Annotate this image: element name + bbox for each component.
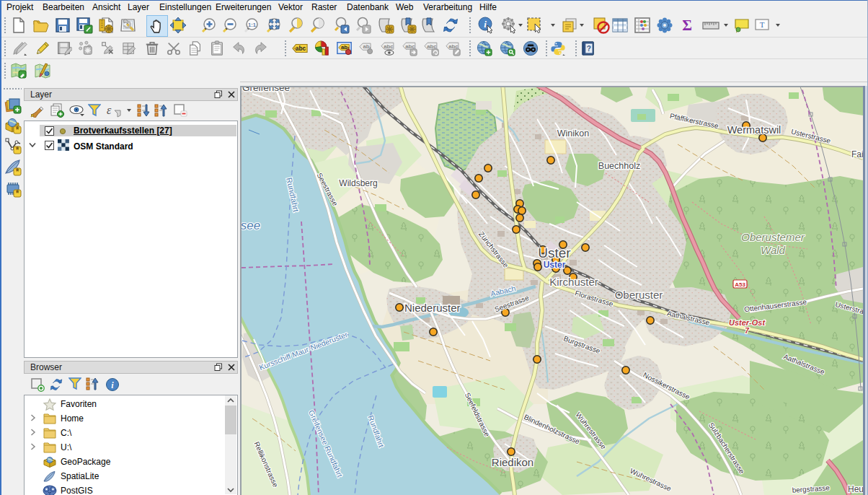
svg-text:A53: A53 xyxy=(735,281,745,288)
svg-text:Kirchuster: Kirchuster xyxy=(549,276,598,288)
svg-text:abc: abc xyxy=(427,43,437,50)
svg-text:Uster: Uster xyxy=(544,260,566,270)
svg-text:abc: abc xyxy=(405,43,415,50)
svg-text:Wildsberg: Wildsberg xyxy=(339,178,377,188)
svg-text:ε: ε xyxy=(107,104,112,116)
svg-text:Wermatswil: Wermatswil xyxy=(727,124,781,136)
svg-text:Greifensee: Greifensee xyxy=(242,87,290,93)
svg-text:abc: abc xyxy=(448,43,459,50)
svg-text:Oberustemer: Oberustemer xyxy=(741,231,805,243)
svg-text:*: * xyxy=(16,125,19,134)
svg-text:abc: abc xyxy=(384,43,394,50)
svg-text:Greifensee: Greifensee xyxy=(242,219,260,232)
svg-text:Oberuster: Oberuster xyxy=(615,289,663,301)
svg-text:*: * xyxy=(16,188,19,198)
svg-text:Uster: Uster xyxy=(538,245,571,260)
svg-text:Uster-Ost: Uster-Ost xyxy=(729,318,766,327)
svg-text:?: ? xyxy=(587,45,591,53)
svg-text:7: 7 xyxy=(745,327,749,335)
svg-text:Buechholz: Buechholz xyxy=(598,161,640,171)
svg-text:Winikon: Winikon xyxy=(557,128,590,139)
svg-text:Σ: Σ xyxy=(682,17,692,34)
svg-text:*: * xyxy=(16,145,19,154)
svg-text:Heusberg: Heusberg xyxy=(848,484,863,494)
svg-text:*: * xyxy=(16,167,19,176)
svg-text:i: i xyxy=(484,19,487,30)
svg-text:Riedikon: Riedikon xyxy=(492,456,533,468)
svg-text:Faich: Faich xyxy=(851,149,863,159)
svg-text:Wald: Wald xyxy=(761,244,786,256)
svg-text:Niederuster: Niederuster xyxy=(404,302,461,314)
svg-text:1:1: 1:1 xyxy=(248,22,256,28)
svg-text:T: T xyxy=(760,20,765,29)
svg-text:abc: abc xyxy=(296,45,306,52)
